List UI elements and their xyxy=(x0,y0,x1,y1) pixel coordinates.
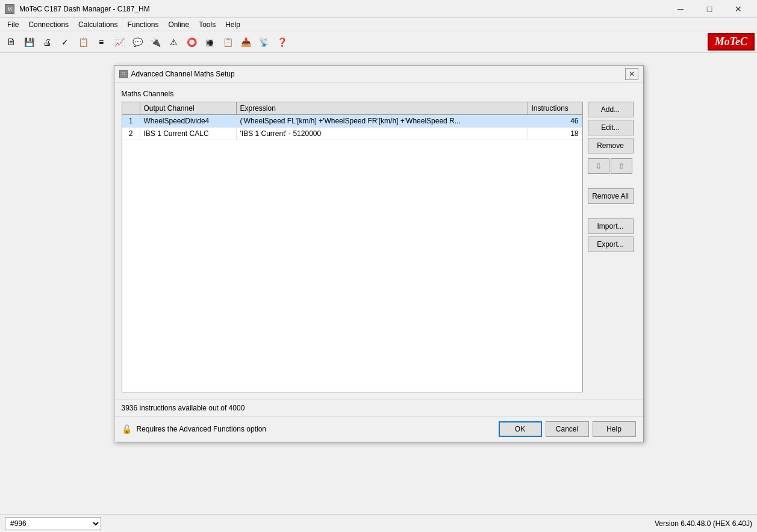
version-text: Version 6.40.48.0 (HEX 6.40J) xyxy=(655,519,752,528)
motec-logo: MoTeC xyxy=(708,33,755,51)
menu-functions[interactable]: Functions xyxy=(122,19,163,30)
toolbar-comment[interactable]: 💬 xyxy=(129,34,146,51)
table-row[interactable]: 2 IBS 1 Current CALC 'IBS 1 Current' - 5… xyxy=(122,128,582,140)
remove-all-button[interactable]: Remove All xyxy=(588,188,634,204)
menu-tools[interactable]: Tools xyxy=(194,19,220,30)
move-down-button[interactable]: ⇩ xyxy=(588,158,609,174)
row-expression: ('WheelSpeed FL'[km/h] +'WheelSpeed FR'[… xyxy=(237,115,528,127)
edit-button[interactable]: Edit... xyxy=(588,120,634,135)
col-header-channel: Output Channel xyxy=(140,102,237,114)
session-select[interactable]: #996 xyxy=(5,517,101,530)
app-icon: M xyxy=(5,4,14,14)
toolbar-warning[interactable]: ⚠ xyxy=(165,34,182,51)
menu-connections[interactable]: Connections xyxy=(23,19,73,30)
row-num: 1 xyxy=(122,115,140,127)
dialog-title-icon: □ xyxy=(119,70,128,78)
export-button[interactable]: Export... xyxy=(588,237,634,252)
toolbar-circle[interactable]: ⭕ xyxy=(183,34,200,51)
remove-button[interactable]: Remove xyxy=(588,138,634,153)
table-container: Output Channel Expression Instructions 1… xyxy=(122,102,636,392)
row-channel: WheelSpeedDivide4 xyxy=(140,115,237,127)
import-button[interactable]: Import... xyxy=(588,218,634,234)
col-header-instructions: Instructions xyxy=(528,102,582,114)
dialog-title-bar: □ Advanced Channel Maths Setup ✕ xyxy=(114,66,643,82)
menu-bar: File Connections Calculations Functions … xyxy=(0,18,757,31)
advanced-channel-maths-dialog: □ Advanced Channel Maths Setup ✕ Maths C… xyxy=(114,65,644,442)
dialog-footer: 🔓 Requires the Advanced Functions option… xyxy=(114,416,643,442)
dialog-close-button[interactable]: ✕ xyxy=(625,68,638,80)
ok-button[interactable]: OK xyxy=(499,421,542,437)
toolbar-print[interactable]: 🖨 xyxy=(39,34,55,51)
side-buttons: Add... Edit... Remove ⇩ ⇧ Remove All Imp… xyxy=(588,102,636,392)
menu-calculations[interactable]: Calculations xyxy=(73,19,122,30)
main-area: □ Advanced Channel Maths Setup ✕ Maths C… xyxy=(0,53,757,514)
toolbar-new[interactable]: 🖹 xyxy=(2,34,19,51)
toolbar-broadcast[interactable]: 📡 xyxy=(255,34,272,51)
add-button[interactable]: Add... xyxy=(588,102,634,117)
help-button[interactable]: Help xyxy=(593,421,636,437)
dialog-title: Advanced Channel Maths Setup xyxy=(131,70,621,78)
toolbar-table[interactable]: ▦ xyxy=(201,34,218,51)
row-instructions: 18 xyxy=(528,128,582,140)
toolbar-help[interactable]: ❓ xyxy=(273,34,290,51)
table-row[interactable]: 1 WheelSpeedDivide4 ('WheelSpeed FL'[km/… xyxy=(122,115,582,128)
toolbar-save[interactable]: 💾 xyxy=(20,34,37,51)
table-body: 1 WheelSpeedDivide4 ('WheelSpeed FL'[km/… xyxy=(122,115,582,392)
row-channel: IBS 1 Current CALC xyxy=(140,128,237,140)
move-up-button[interactable]: ⇧ xyxy=(611,158,632,174)
col-header-num xyxy=(122,102,140,114)
toolbar-clipboard2[interactable]: 📋 xyxy=(219,34,236,51)
toolbar-connect[interactable]: 🔌 xyxy=(147,34,164,51)
title-bar: M MoTeC C187 Dash Manager - C187_HM ─ □ … xyxy=(0,0,757,18)
app-title: MoTeC C187 Dash Manager - C187_HM xyxy=(19,5,662,13)
minimize-button[interactable]: ─ xyxy=(667,0,694,18)
toolbar-clipboard[interactable]: 📋 xyxy=(75,34,92,51)
dialog-body: Maths Channels Output Channel Expression… xyxy=(114,82,643,400)
row-num: 2 xyxy=(122,128,140,140)
footer-requires-text: Requires the Advanced Functions option xyxy=(137,425,494,433)
row-instructions: 46 xyxy=(528,115,582,127)
toolbar: 🖹 💾 🖨 ✓ 📋 ≡ 📈 💬 🔌 ⚠ ⭕ ▦ 📋 📥 📡 ❓ MoTeC xyxy=(0,31,757,53)
col-header-expression: Expression xyxy=(237,102,528,114)
status-dropdown: #996 xyxy=(5,517,101,530)
cancel-button[interactable]: Cancel xyxy=(546,421,589,437)
menu-file[interactable]: File xyxy=(2,19,23,30)
menu-online[interactable]: Online xyxy=(163,19,194,30)
section-label: Maths Channels xyxy=(122,90,636,98)
arrow-buttons: ⇩ ⇧ xyxy=(588,158,636,174)
dialog-status: 3936 instructions available out of 4000 xyxy=(114,400,643,416)
lock-icon: 🔓 xyxy=(122,424,132,434)
app-status-bar: #996 Version 6.40.48.0 (HEX 6.40J) xyxy=(0,514,757,532)
maximize-button[interactable]: □ xyxy=(696,0,723,18)
menu-help[interactable]: Help xyxy=(220,19,245,30)
toolbar-list[interactable]: ≡ xyxy=(93,34,110,51)
maths-channels-table: Output Channel Expression Instructions 1… xyxy=(122,102,583,392)
footer-buttons: OK Cancel Help xyxy=(499,421,636,437)
toolbar-download[interactable]: 📥 xyxy=(237,34,254,51)
app-close-button[interactable]: ✕ xyxy=(724,0,752,18)
window-controls: ─ □ ✕ xyxy=(667,0,752,18)
row-expression: 'IBS 1 Current' - 5120000 xyxy=(237,128,528,140)
table-header: Output Channel Expression Instructions xyxy=(122,102,582,115)
toolbar-check[interactable]: ✓ xyxy=(57,34,73,51)
toolbar-chart[interactable]: 📈 xyxy=(111,34,128,51)
